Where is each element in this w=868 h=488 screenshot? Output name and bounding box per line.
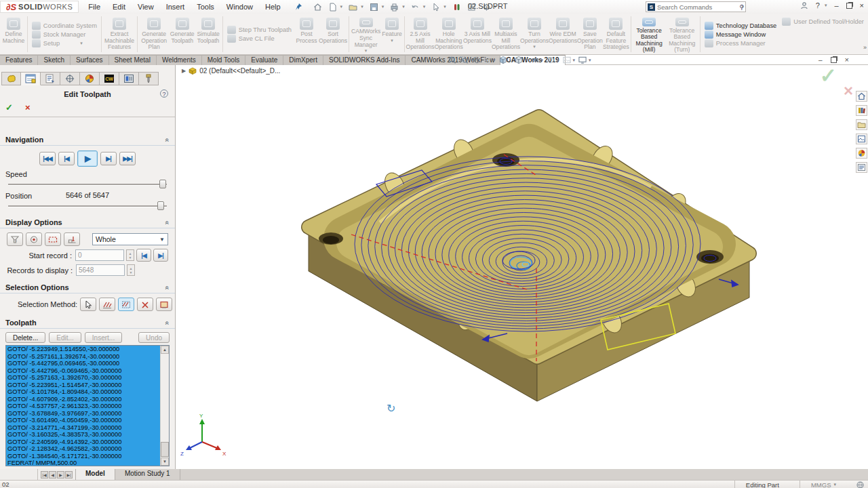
ribbon-setup[interactable]: Setup▾: [32, 39, 97, 47]
view-orientation-icon[interactable]: [498, 56, 508, 64]
show-tool-toggle[interactable]: 75: [7, 232, 23, 246]
doc-close-icon[interactable]: ×: [845, 56, 849, 64]
tab-configurationmanager[interactable]: [41, 72, 60, 85]
window-select-button[interactable]: [118, 298, 134, 311]
view-palette-button[interactable]: [856, 134, 867, 144]
new-caret[interactable]: ▾: [340, 4, 343, 9]
ribbon-post-process[interactable]: Post Process: [294, 15, 319, 54]
command-tab-sketch[interactable]: Sketch: [38, 55, 71, 65]
ribbon-sort-operations[interactable]: Sort Operations: [319, 15, 347, 54]
deselect-button[interactable]: [137, 298, 153, 311]
menu-file[interactable]: File: [88, 3, 100, 11]
toolpath-display-toggle[interactable]: [45, 232, 61, 246]
tab-propertymanager[interactable]: [21, 72, 41, 85]
open-icon[interactable]: [349, 3, 357, 12]
appearances-button[interactable]: [856, 148, 867, 159]
open-caret[interactable]: ▾: [361, 4, 363, 9]
command-tab-solidworks-add-ins[interactable]: SOLIDWORKS Add-Ins: [323, 55, 406, 65]
position-slider[interactable]: [8, 201, 167, 211]
display-style-icon[interactable]: [514, 56, 524, 64]
tab-camworks-feature-tree[interactable]: CW: [100, 72, 119, 85]
user-account-icon[interactable]: [800, 1, 808, 9]
pin-menu-icon[interactable]: [294, 3, 302, 11]
next-segment-button[interactable]: ▶|: [153, 249, 168, 262]
section-selection-options[interactable]: Selection Options«: [0, 281, 175, 293]
ribbon-user-defined-tool[interactable]: User Defined Tool/Holder: [782, 18, 864, 26]
status-tag-icon[interactable]: [856, 481, 864, 488]
turn-caret[interactable]: ▾: [533, 44, 536, 49]
cancel-button[interactable]: ×: [25, 102, 31, 113]
ribbon-save-operation-plan[interactable]: Save Operation Plan: [577, 15, 603, 54]
collapse-chevron-icon[interactable]: «: [164, 138, 172, 142]
chain-select-button[interactable]: [99, 298, 115, 311]
section-display-options[interactable]: Display Options«: [0, 216, 175, 228]
ribbon-turn-operations[interactable]: Turn Operations▾: [520, 15, 549, 54]
tab-scroll-first-icon[interactable]: |◀: [41, 471, 48, 479]
rebuild-icon[interactable]: [452, 3, 461, 12]
ribbon-tbm-turn[interactable]: Tolerance Based Machining (Turn): [665, 15, 698, 54]
section-toolpath[interactable]: Toolpath«: [0, 317, 175, 329]
undo-caret[interactable]: ▾: [423, 4, 426, 9]
tab-camworks-operation-tree[interactable]: [119, 72, 139, 85]
doc-restore-icon[interactable]: [831, 57, 837, 63]
ribbon-overflow-icon[interactable]: »: [863, 44, 866, 51]
toolpath-line[interactable]: GOTO/ -1.384540,-5.171721,-30.000000: [6, 453, 160, 460]
toolpath-line[interactable]: GOTO/ -3.160325,-4.383573,-30.000000: [6, 431, 160, 439]
ribbon-tbm-mill[interactable]: Tolerance Based Machining (Mill): [633, 15, 666, 54]
menu-edit[interactable]: Edit: [113, 3, 125, 11]
save-icon[interactable]: [370, 3, 378, 12]
ribbon-sync-manager[interactable]: CAMWorks Sync Manager▾: [351, 15, 382, 54]
help-caret[interactable]: ▾: [825, 3, 827, 8]
undo-icon[interactable]: [411, 3, 420, 12]
toolpath-line[interactable]: GOTO/ -5.223949,1.514550,-30.000000: [6, 346, 160, 353]
toolpath-line[interactable]: GOTO/ -2.240599,-4.914392,-30.000000: [6, 439, 160, 446]
view-orientation-caret[interactable]: ▾: [509, 58, 512, 63]
start-record-input[interactable]: [75, 249, 124, 261]
doc-minimize-icon[interactable]: –: [818, 56, 823, 64]
command-tab-surfaces[interactable]: Surfaces: [71, 55, 108, 65]
step-back-button[interactable]: |◀: [58, 152, 75, 165]
close-icon[interactable]: ×: [860, 1, 864, 9]
tab-featuremanager-tree[interactable]: [1, 72, 21, 85]
ribbon-25-axis-mill[interactable]: 2.5 Axis Mill Operations: [406, 15, 435, 54]
ribbon-feature[interactable]: Feature▾: [381, 15, 402, 54]
restore-icon[interactable]: [846, 3, 852, 9]
status-units-select[interactable]: MMGS▾: [800, 481, 847, 488]
section-caret[interactable]: ▾: [493, 58, 496, 63]
collapse-chevron-icon[interactable]: «: [164, 286, 172, 290]
zoom-area-icon[interactable]: [459, 56, 469, 64]
undo-button[interactable]: Undo: [138, 332, 170, 343]
toolpath-line[interactable]: GOTO/ -5.442795,0.069465,-30.000000: [6, 360, 160, 367]
ribbon-simulate-toolpath[interactable]: Simulate Toolpath: [195, 15, 221, 54]
search-caret[interactable]: ▾: [741, 4, 744, 9]
records-display-input[interactable]: [76, 264, 125, 276]
ribbon-message-window[interactable]: Message Window: [705, 30, 776, 39]
simulate-display-toggle[interactable]: [64, 232, 80, 246]
ribbon-coordinate-system[interactable]: Coordinate System: [32, 22, 97, 30]
save-caret[interactable]: ▾: [382, 4, 384, 9]
toolpath-line[interactable]: GOTO/ -5.257161,1.392674,-30.000000: [6, 353, 160, 361]
tab-dimxpertmanager[interactable]: [60, 72, 80, 85]
ribbon-wire-edm[interactable]: Wire EDM Operations: [549, 15, 577, 54]
scroll-up-icon[interactable]: ▲: [161, 346, 169, 354]
ribbon-step-thru-toolpath[interactable]: Step Thru Toolpath: [227, 26, 292, 34]
toolpath-line[interactable]: FEDRAT/ MMPM,500.00: [6, 460, 160, 466]
home-icon[interactable]: [313, 3, 322, 12]
ribbon-process-manager[interactable]: Process Manager: [705, 39, 776, 47]
setup-caret[interactable]: ▾: [80, 41, 83, 46]
tab-scroll-last-icon[interactable]: ▶|: [65, 471, 73, 479]
toolpath-line[interactable]: GOTO/ -3.678849,-3.976697,-30.000000: [6, 410, 160, 418]
skip-to-end-button[interactable]: ▶▶|: [119, 152, 136, 165]
section-navigation[interactable]: Navigation«: [0, 134, 175, 146]
search-input[interactable]: [657, 3, 739, 11]
toolpath-record-list[interactable]: GOTO/ -5.223949,1.514550,-30.000000GOTO/…: [5, 345, 170, 466]
start-record-stepper[interactable]: ▲▼: [126, 249, 134, 261]
ribbon-define-machine[interactable]: Define Machine: [1, 15, 26, 54]
show-holder-toggle[interactable]: [26, 232, 42, 246]
command-tab-weldments[interactable]: Weldments: [157, 55, 202, 65]
delete-button[interactable]: Delete...: [5, 332, 45, 343]
play-button[interactable]: ▶: [77, 150, 98, 167]
toolpath-line[interactable]: GOTO/ -5.442796,-0.069465,-30.000000: [6, 367, 160, 375]
ribbon-generate-toolpath[interactable]: Generate Toolpath: [169, 15, 195, 54]
edit-appearance-icon[interactable]: [546, 56, 555, 64]
